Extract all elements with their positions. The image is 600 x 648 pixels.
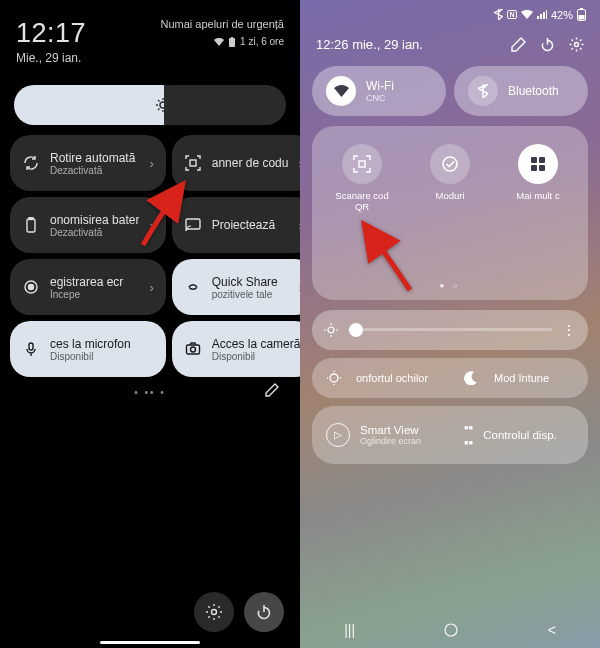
footer-actions xyxy=(194,592,284,632)
tile-sub: Dezactivată xyxy=(50,165,139,176)
tile-cast[interactable]: Proiectează › xyxy=(172,197,315,253)
battery-icon xyxy=(577,8,586,21)
power-button[interactable] xyxy=(244,592,284,632)
edit-tiles-button[interactable] xyxy=(264,382,280,398)
tile-quick-share[interactable]: Quick Share pozitivele tale › xyxy=(172,259,315,315)
bluetooth-status-icon xyxy=(494,9,503,20)
tile-battery-saver[interactable]: onomisirea bater Dezactivată › xyxy=(10,197,166,253)
nav-home[interactable] xyxy=(443,622,459,638)
battery-icon xyxy=(22,217,40,233)
chevron-right-icon: › xyxy=(149,156,153,171)
brightness-icon xyxy=(324,323,338,337)
tile-label: ces la microfon xyxy=(50,337,154,351)
nfc-icon: N xyxy=(507,10,517,19)
nav-back[interactable]: < xyxy=(548,622,556,638)
smart-view-label: Smart View xyxy=(360,424,421,436)
shortcut-label: Mai mult c xyxy=(516,190,559,201)
svg-rect-24 xyxy=(579,15,585,20)
status-right: Numai apeluri de urgență 1 zi, 6 ore xyxy=(160,18,284,47)
svg-point-16 xyxy=(29,285,34,290)
nav-bar: ||| < xyxy=(300,622,600,638)
expand-icon[interactable]: ⋮ xyxy=(562,322,576,338)
svg-rect-13 xyxy=(29,218,33,220)
svg-rect-17 xyxy=(29,343,33,350)
svg-line-10 xyxy=(166,100,168,102)
tile-qr-scanner[interactable]: anner de codu › xyxy=(172,135,315,191)
svg-point-41 xyxy=(445,624,457,636)
svg-point-20 xyxy=(212,610,217,615)
tile-sub: Disponibil xyxy=(50,351,154,362)
nav-handle[interactable] xyxy=(100,641,200,644)
tile-label: Rotire automată xyxy=(50,151,139,165)
tile-screen-record[interactable]: egistrarea ecr Începe › xyxy=(10,259,166,315)
gear-icon xyxy=(205,603,223,621)
dark-mode-label: Mod întune xyxy=(494,372,549,384)
shortcuts-row: Scanare cod QR Moduri Mai mult c xyxy=(318,144,582,213)
eye-icon xyxy=(326,370,346,386)
panel-header: 12:26 mie., 29 ian. xyxy=(300,25,600,66)
status-left: 12:17 Mie., 29 ian. xyxy=(16,18,86,65)
edit-button[interactable] xyxy=(511,37,526,52)
shortcut-more[interactable]: Mai mult c xyxy=(503,144,573,201)
battery-estimate: 1 zi, 6 ore xyxy=(160,36,284,47)
svg-rect-34 xyxy=(539,165,545,171)
android-quick-settings-stock: 12:17 Mie., 29 ian. Numai apeluri de urg… xyxy=(0,0,300,648)
power-button[interactable] xyxy=(540,37,555,52)
tile-auto-rotate[interactable]: Rotire automată Dezactivată › xyxy=(10,135,166,191)
svg-rect-33 xyxy=(531,165,537,171)
svg-line-7 xyxy=(158,100,160,102)
settings-button[interactable] xyxy=(569,37,584,52)
device-control-icon: ▪▪▪▪ xyxy=(464,420,473,450)
connectivity-row: Wi-Fi CNC Bluetooth xyxy=(300,66,600,116)
svg-point-28 xyxy=(575,43,579,47)
battery-icon xyxy=(228,37,236,47)
page-indicator: ● ○ xyxy=(318,281,582,290)
chevron-right-icon: › xyxy=(149,280,153,295)
device-control-label: Controlul disp. xyxy=(483,429,557,441)
brightness-slider[interactable]: ⋮ xyxy=(312,310,588,350)
tile-label: egistrarea ecr xyxy=(50,275,139,289)
header-actions xyxy=(511,37,584,52)
tile-sub: Începe xyxy=(50,289,139,300)
svg-rect-12 xyxy=(27,219,35,232)
svg-rect-1 xyxy=(231,37,233,39)
time-date: 12:26 mie., 29 ian. xyxy=(316,37,423,52)
tile-sub: Dezactivată xyxy=(50,227,139,238)
tile-camera-access[interactable]: Acces la cameră Disponibil xyxy=(172,321,315,377)
device-control-tile[interactable]: ▪▪▪▪ Controlul disp. xyxy=(450,406,588,464)
grid-icon xyxy=(518,144,558,184)
shortcut-modes[interactable]: Moduri xyxy=(415,144,485,201)
tile-mic-access[interactable]: ces la microfon Disponibil xyxy=(10,321,166,377)
share-icon xyxy=(184,279,202,295)
status-bar: 12:17 Mie., 29 ian. Numai apeluri de urg… xyxy=(0,0,300,71)
wifi-label: Wi-Fi xyxy=(366,79,394,93)
slider-thumb[interactable] xyxy=(349,323,363,337)
nav-recents[interactable]: ||| xyxy=(344,622,355,638)
camera-icon xyxy=(184,341,202,357)
smart-view-tile[interactable]: ▷ Smart View Oglindire ecran xyxy=(312,406,450,464)
shortcut-qr-scan[interactable]: Scanare cod QR xyxy=(327,144,397,213)
dark-mode-tile[interactable]: Mod întune xyxy=(450,358,588,398)
quick-tiles-grid: Rotire automată Dezactivată › anner de c… xyxy=(0,135,300,377)
tile-label: Acces la cameră xyxy=(212,337,303,351)
settings-button[interactable] xyxy=(194,592,234,632)
svg-rect-0 xyxy=(229,38,235,47)
svg-point-35 xyxy=(328,327,334,333)
bluetooth-tile[interactable]: Bluetooth xyxy=(454,66,588,116)
svg-rect-25 xyxy=(580,8,583,10)
svg-point-30 xyxy=(443,157,457,171)
eye-comfort-tile[interactable]: onfortul ochilor xyxy=(312,358,450,398)
bluetooth-icon xyxy=(468,76,498,106)
svg-point-40 xyxy=(330,374,338,382)
smart-view-icon: ▷ xyxy=(326,423,350,447)
date: Mie., 29 ian. xyxy=(16,51,86,65)
brightness-icon xyxy=(154,96,172,114)
tile-label: Proiectează xyxy=(212,218,289,232)
page-indicator: • •• • xyxy=(0,387,300,398)
tile-label: anner de codu xyxy=(212,156,289,170)
wifi-icon xyxy=(521,10,533,19)
brightness-slider[interactable] xyxy=(14,85,286,125)
bluetooth-label: Bluetooth xyxy=(508,84,559,98)
qr-icon xyxy=(184,155,202,171)
wifi-tile[interactable]: Wi-Fi CNC xyxy=(312,66,446,116)
